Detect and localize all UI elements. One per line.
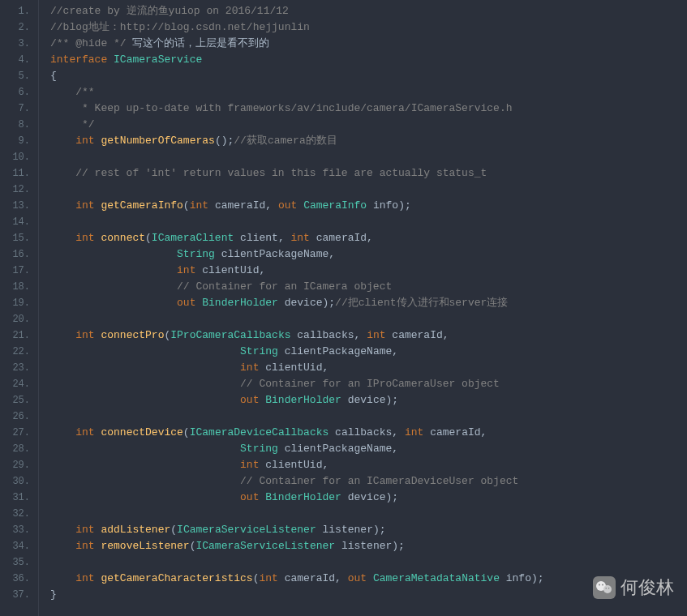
code-token: int <box>75 524 94 536</box>
code-token: BinderHolder <box>265 394 341 406</box>
code-token: cameraId, <box>310 232 373 244</box>
code-line[interactable]: int removeListener(ICameraServiceListene… <box>50 538 687 554</box>
code-token: int <box>259 572 277 584</box>
code-line[interactable]: int connect(ICameraClient client, int ca… <box>50 230 687 246</box>
code-line[interactable]: int clientUid, <box>50 360 687 376</box>
code-token: ( <box>183 426 190 438</box>
code-editor: 1.2.3.4.5.6.7.8.9.10.11.12.13.14.15.16.1… <box>0 0 687 616</box>
code-line[interactable]: // Container for an ICameraDeviceUser ob… <box>50 473 687 490</box>
code-line[interactable]: out BinderHolder device); <box>50 490 687 506</box>
code-token: int <box>75 329 94 341</box>
code-token: int <box>75 426 94 438</box>
code-line[interactable]: out BinderHolder device); <box>50 392 687 409</box>
wechat-icon <box>593 576 616 599</box>
line-number: 21. <box>0 327 38 344</box>
code-line[interactable] <box>50 554 687 571</box>
code-line[interactable]: int getCameraInfo(int cameraId, out Came… <box>50 198 687 214</box>
code-token: cameraId, <box>386 329 449 341</box>
code-line[interactable]: int clientUid, <box>50 457 687 473</box>
code-token: clientPackageName, <box>278 345 398 357</box>
code-token: int <box>291 232 310 244</box>
code-token <box>50 345 240 357</box>
code-token <box>50 199 75 212</box>
code-token <box>50 491 240 503</box>
code-line[interactable] <box>50 409 687 425</box>
code-token: int <box>405 426 423 438</box>
code-token <box>50 572 75 584</box>
code-token <box>50 297 177 309</box>
code-token: cameraId, <box>278 572 348 584</box>
line-number: 30. <box>0 473 38 490</box>
code-line[interactable]: String clientPackageName, <box>50 441 687 457</box>
code-token: interface <box>50 53 107 66</box>
line-number: 34. <box>0 538 38 554</box>
code-line[interactable]: int addListener(ICameraServiceListener l… <box>50 522 687 538</box>
code-token: out <box>240 491 259 503</box>
code-line[interactable] <box>50 311 687 327</box>
code-line[interactable]: //blog地址：http://blog.csdn.net/hejjunlin <box>50 19 687 36</box>
code-line[interactable]: //create by 逆流的鱼yuiop on 2016/11/12 <box>50 3 687 19</box>
code-line[interactable]: out BinderHolder device);//把client传入进行和s… <box>50 295 687 311</box>
code-line[interactable]: int connectPro(IProCameraCallbacks callb… <box>50 327 687 344</box>
code-token: removeListener <box>101 540 189 552</box>
code-line[interactable] <box>50 182 687 198</box>
line-number: 19. <box>0 295 38 311</box>
code-token: callbacks, <box>328 426 405 438</box>
code-line[interactable]: interface ICameraService <box>50 52 687 68</box>
line-number: 16. <box>0 246 38 263</box>
code-line[interactable]: * Keep up-to-date with frameworks/av/inc… <box>50 101 687 117</box>
code-line[interactable] <box>50 214 687 230</box>
code-token: (); <box>215 135 234 147</box>
code-line[interactable]: // Container for an ICamera object <box>50 279 687 295</box>
code-token: ( <box>145 232 152 244</box>
code-token: connect <box>101 232 145 244</box>
code-token: ( <box>183 199 190 212</box>
code-line[interactable]: int connectDevice(ICameraDeviceCallbacks… <box>50 425 687 441</box>
svg-point-1 <box>603 585 612 593</box>
code-token: int <box>75 232 94 244</box>
code-token: clientUid, <box>259 459 328 471</box>
code-line[interactable]: // Container for an IProCameraUser objec… <box>50 376 687 392</box>
code-token <box>50 459 240 471</box>
code-token: out <box>348 572 367 584</box>
line-number-gutter: 1.2.3.4.5.6.7.8.9.10.11.12.13.14.15.16.1… <box>0 0 39 616</box>
code-line[interactable]: String clientPackageName, <box>50 344 687 360</box>
code-token: listener); <box>335 540 405 552</box>
code-token: callbacks, <box>291 329 367 341</box>
code-token: addListener <box>101 524 170 536</box>
code-line[interactable]: String clientPackageName, <box>50 246 687 263</box>
code-line[interactable] <box>50 506 687 522</box>
code-line[interactable]: /** @hide */ 写这个的话，上层是看不到的 <box>50 36 687 52</box>
line-number: 26. <box>0 409 38 425</box>
code-line[interactable]: } <box>50 587 687 603</box>
code-token <box>50 540 75 552</box>
code-token: String <box>240 345 278 357</box>
line-number: 6. <box>0 84 38 101</box>
code-line[interactable]: // rest of 'int' return values in this f… <box>50 165 687 182</box>
code-line[interactable]: */ <box>50 117 687 133</box>
line-number: 8. <box>0 117 38 133</box>
code-line[interactable]: int clientUid, <box>50 263 687 279</box>
svg-point-2 <box>599 584 600 586</box>
line-number: 18. <box>0 279 38 295</box>
code-token: clientPackageName, <box>215 248 335 260</box>
code-token: CameraInfo <box>303 199 367 212</box>
line-number: 32. <box>0 506 38 522</box>
line-number: 23. <box>0 360 38 376</box>
code-token: ICameraDeviceCallbacks <box>190 426 329 438</box>
code-token: int <box>367 329 385 341</box>
code-token <box>50 248 177 260</box>
code-line[interactable]: /** <box>50 84 687 101</box>
code-token <box>50 426 75 438</box>
line-number: 12. <box>0 182 38 198</box>
line-number: 13. <box>0 198 38 214</box>
code-token <box>107 53 114 66</box>
code-line[interactable]: int getNumberOfCameras();//获取camera的数目 <box>50 133 687 149</box>
code-line[interactable]: { <box>50 68 687 84</box>
code-area[interactable]: //create by 逆流的鱼yuiop on 2016/11/12//blo… <box>39 0 687 616</box>
watermark-text: 何俊林 <box>620 575 674 600</box>
code-token: out <box>278 199 297 212</box>
line-number: 24. <box>0 376 38 392</box>
code-line[interactable]: int getCameraCharacteristics(int cameraI… <box>50 571 687 587</box>
code-line[interactable] <box>50 149 687 165</box>
